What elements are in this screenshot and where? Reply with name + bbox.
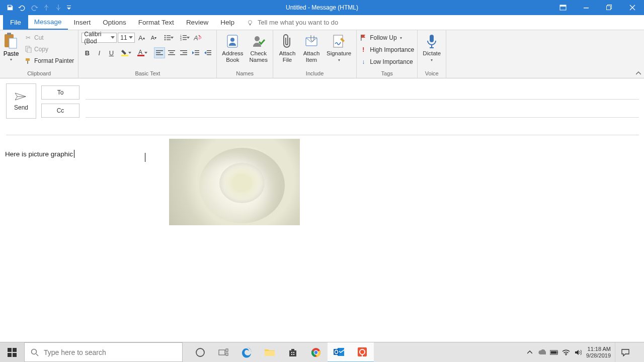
tab-insert[interactable]: Insert [68, 15, 97, 30]
maximize-button[interactable] [598, 0, 621, 15]
align-center-button[interactable] [166, 47, 177, 58]
collapse-ribbon-button[interactable] [635, 70, 642, 77]
signature-button[interactable]: Signature ▾ [325, 32, 353, 63]
qat-customize-icon[interactable] [66, 4, 71, 12]
bold-button[interactable]: B [82, 47, 93, 58]
tray-overflow-icon[interactable] [526, 348, 534, 356]
svg-rect-49 [361, 35, 362, 41]
cortana-button[interactable] [189, 342, 212, 363]
volume-icon[interactable] [574, 348, 582, 356]
start-button[interactable] [0, 342, 24, 362]
cc-field[interactable] [86, 104, 639, 118]
redo-icon [30, 4, 38, 12]
prev-item-icon [42, 4, 50, 12]
cc-button[interactable]: Cc [41, 104, 79, 118]
chevron-down-icon[interactable]: ▾ [10, 57, 12, 62]
onedrive-icon[interactable] [538, 348, 546, 356]
action-center-button[interactable] [615, 342, 635, 363]
font-name-selector[interactable]: Calibri (Bod [82, 33, 117, 43]
clear-formatting-button[interactable]: A [192, 32, 203, 43]
tab-help[interactable]: Help [214, 15, 240, 30]
svg-rect-59 [226, 353, 228, 355]
svg-point-46 [255, 36, 260, 41]
shrink-font-button[interactable]: A▾ [148, 32, 159, 43]
ribbon-display-options-icon[interactable] [551, 0, 575, 15]
svg-text:3: 3 [180, 38, 182, 41]
battery-icon[interactable] [550, 348, 558, 356]
underline-button[interactable]: U [106, 47, 117, 58]
low-importance-button[interactable]: ↓ Low Importance [360, 56, 414, 67]
undo-icon[interactable] [18, 4, 26, 12]
svg-rect-35 [180, 50, 187, 51]
paste-button[interactable]: Paste ▾ [3, 32, 21, 62]
format-painter-button[interactable]: Format Painter [23, 55, 75, 66]
ribbon: Paste ▾ ✂ Cut Copy [0, 30, 644, 78]
taskbar: Type here to search [0, 342, 644, 362]
task-view-button[interactable] [212, 342, 235, 363]
file-explorer-app[interactable] [258, 342, 281, 363]
tell-me-placeholder: Tell me what you want to do [258, 19, 338, 26]
ribbon-tabs: File Message Insert Options Format Text … [0, 15, 644, 30]
svg-rect-29 [156, 50, 163, 51]
follow-up-button[interactable]: Follow Up ▾ [360, 32, 414, 43]
cut-button: ✂ Cut [23, 32, 75, 43]
address-book-button[interactable]: Address Book [220, 32, 245, 64]
svg-rect-6 [250, 24, 251, 25]
attach-file-button[interactable]: Attach File [276, 32, 298, 64]
font-size-selector[interactable]: 11 [118, 33, 135, 43]
decrease-indent-button[interactable] [190, 47, 201, 58]
group-label-include: Include [276, 69, 353, 78]
tab-review[interactable]: Review [180, 15, 214, 30]
svg-point-16 [165, 39, 166, 41]
store-app[interactable] [281, 342, 304, 363]
svg-rect-34 [168, 54, 175, 55]
grow-font-button[interactable]: A▴ [136, 32, 147, 43]
tab-options[interactable]: Options [97, 15, 132, 30]
chrome-app[interactable] [304, 342, 328, 363]
svg-rect-32 [168, 50, 175, 51]
subject-field[interactable] [6, 121, 639, 135]
svg-point-5 [248, 20, 252, 24]
svg-point-14 [165, 37, 166, 39]
outlook-app[interactable] [328, 342, 351, 363]
svg-rect-41 [207, 50, 211, 51]
taskbar-search[interactable]: Type here to search [24, 342, 183, 362]
tab-format-text[interactable]: Format Text [132, 15, 180, 30]
highlight-button[interactable] [118, 47, 133, 58]
message-body[interactable]: Here is picture graphic [0, 139, 644, 342]
font-color-button[interactable]: A [134, 47, 149, 58]
minimize-button[interactable] [575, 0, 598, 15]
to-field[interactable] [86, 85, 639, 100]
tab-message[interactable]: Message [28, 15, 68, 30]
to-button[interactable]: To [41, 85, 79, 100]
numbering-button[interactable]: 123 [176, 32, 191, 43]
bullets-button[interactable] [160, 32, 175, 43]
svg-rect-11 [27, 48, 31, 53]
high-importance-button[interactable]: ! High Importance [360, 44, 414, 55]
tell-me-search[interactable]: Tell me what you want to do [247, 15, 338, 30]
svg-rect-51 [8, 348, 12, 352]
svg-rect-2 [584, 8, 589, 9]
italic-button[interactable]: I [94, 47, 105, 58]
send-button[interactable]: Send [6, 83, 36, 119]
inline-image[interactable] [169, 139, 300, 225]
taskbar-clock[interactable]: 11:18 AM 9/28/2019 [586, 346, 611, 358]
group-tags: Follow Up ▾ ! High Importance ↓ Low Impo… [357, 30, 418, 78]
svg-rect-4 [607, 6, 611, 10]
save-icon[interactable] [6, 4, 14, 12]
svg-rect-50 [430, 35, 434, 42]
wifi-icon[interactable] [562, 348, 570, 356]
increase-indent-button[interactable] [202, 47, 213, 58]
edge-app[interactable] [235, 342, 258, 363]
svg-rect-37 [180, 54, 187, 55]
cut-icon: ✂ [24, 34, 32, 42]
svg-rect-9 [9, 38, 17, 48]
align-right-button[interactable] [178, 47, 189, 58]
attach-item-button[interactable]: Attach Item [300, 32, 323, 64]
tab-file[interactable]: File [3, 15, 28, 30]
close-button[interactable] [621, 0, 644, 15]
align-left-button[interactable] [154, 47, 165, 58]
dictate-button[interactable]: Dictate ▾ [421, 32, 443, 63]
snagit-app[interactable] [351, 342, 374, 363]
check-names-button[interactable]: Check Names [248, 32, 270, 64]
